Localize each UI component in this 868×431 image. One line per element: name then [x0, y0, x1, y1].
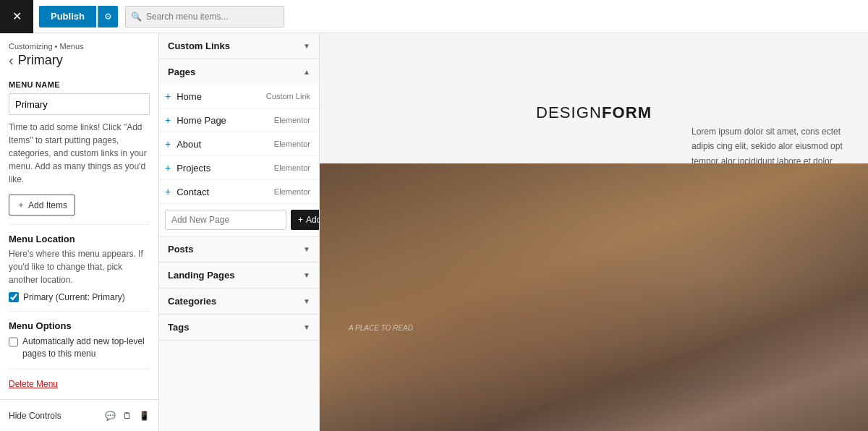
primary-location-row: Primary (Current: Primary)	[9, 292, 150, 302]
item-label: Home	[176, 91, 266, 102]
search-bar: 🔍	[125, 6, 284, 27]
accordion-landing-pages: Landing Pages ▼	[159, 263, 319, 289]
publish-button[interactable]: Publish	[39, 6, 96, 27]
page-title: Primary	[18, 53, 63, 68]
left-header: Customizing • Menus ‹ Primary	[0, 33, 158, 72]
menu-name-input[interactable]	[9, 93, 150, 115]
close-button[interactable]: ✕	[0, 0, 33, 33]
menu-options-title: Menu Options	[9, 320, 150, 331]
posts-label: Posts	[168, 244, 193, 255]
list-item[interactable]: + Home Page Elementor	[159, 108, 319, 132]
pages-content: + Home Custom Link + Home Page Elementor…	[159, 85, 319, 236]
main-layout: Customizing • Menus ‹ Primary Menu Name …	[0, 33, 868, 431]
pages-label: Pages	[168, 67, 195, 77]
accordion-custom-links: Custom Links ▼	[159, 33, 319, 59]
plus-icon[interactable]: +	[165, 138, 171, 150]
accordion-tags: Tags ▼	[159, 315, 319, 341]
landing-pages-arrow: ▼	[303, 271, 310, 279]
back-button[interactable]: ‹	[9, 52, 14, 69]
item-label: About	[176, 139, 274, 150]
breadcrumb: Customizing • Menus	[9, 42, 150, 51]
list-item[interactable]: + About Elementor	[159, 132, 319, 156]
item-tag: Elementor	[274, 187, 310, 196]
gear-icon: ⚙	[104, 12, 112, 22]
book-caption: A PLACE TO READ	[349, 324, 413, 332]
item-label: Projects	[176, 163, 274, 174]
list-item[interactable]: + Contact Elementor	[159, 180, 319, 204]
pages-arrow: ▲	[303, 68, 310, 76]
plus-icon[interactable]: +	[165, 90, 171, 102]
top-bar: ✕ Publish ⚙ 🔍	[0, 0, 868, 33]
hide-controls-label[interactable]: Hide Controls	[9, 411, 61, 421]
tags-header[interactable]: Tags ▼	[159, 315, 319, 340]
close-icon: ✕	[12, 9, 22, 23]
primary-checkbox[interactable]	[9, 292, 19, 302]
left-content: Menu Name Time to add some links! Click …	[0, 72, 158, 399]
auto-add-checkbox[interactable]	[9, 337, 18, 347]
item-tag: Elementor	[274, 116, 310, 124]
categories-label: Categories	[168, 296, 216, 307]
item-tag: Elementor	[274, 140, 310, 148]
preview-panel: DESIGNFORM Lorem ipsum dolor sit amet, c…	[320, 33, 868, 431]
categories-header[interactable]: Categories ▼	[159, 289, 319, 314]
site-logo: DESIGNFORM	[536, 103, 652, 122]
posts-arrow: ▼	[303, 245, 310, 253]
add-page-button[interactable]: + Add	[291, 210, 320, 230]
plus-icon: ＋	[17, 199, 25, 211]
add-new-page-input[interactable]	[165, 210, 286, 230]
accordion-posts: Posts ▼	[159, 236, 319, 263]
tags-arrow: ▼	[303, 323, 310, 331]
publish-gear-button[interactable]: ⚙	[98, 6, 118, 27]
custom-links-arrow: ▼	[303, 42, 310, 50]
menu-location-help: Here's where this menu appears. If you'd…	[9, 247, 150, 286]
tags-label: Tags	[168, 322, 189, 333]
bottom-icons: 💬 🗒 📱	[105, 411, 150, 421]
search-icon: 🔍	[131, 12, 142, 22]
middle-panel: Custom Links ▼ Pages ▲ + Home Custom Lin…	[159, 33, 320, 431]
auto-add-row: Automatically add new top-level pages to…	[9, 336, 150, 360]
item-tag: Custom Link	[266, 92, 310, 101]
plus-icon: +	[298, 215, 303, 225]
help-text: Time to add some links! Click "Add Items…	[9, 121, 150, 186]
preview-image: A PLACE TO READ	[320, 163, 868, 431]
custom-links-label: Custom Links	[168, 40, 230, 51]
left-panel: Customizing • Menus ‹ Primary Menu Name …	[0, 33, 159, 431]
list-item[interactable]: + Projects Elementor	[159, 156, 319, 180]
delete-menu-link[interactable]: Delete Menu	[9, 379, 58, 389]
chat-icon[interactable]: 💬	[105, 411, 116, 421]
publish-group: Publish ⚙	[39, 6, 118, 27]
mobile-icon[interactable]: 📱	[139, 411, 150, 421]
page-icon[interactable]: 🗒	[123, 411, 132, 421]
primary-checkbox-label: Primary (Current: Primary)	[23, 292, 125, 302]
auto-add-label: Automatically add new top-level pages to…	[22, 336, 150, 360]
accordion-categories: Categories ▼	[159, 289, 319, 315]
add-btn-label: Add	[306, 215, 320, 225]
custom-links-header[interactable]: Custom Links ▼	[159, 33, 319, 59]
plus-icon[interactable]: +	[165, 186, 171, 197]
list-item[interactable]: + Home Custom Link	[159, 85, 319, 108]
menu-location-title: Menu Location	[9, 234, 150, 244]
landing-pages-header[interactable]: Landing Pages ▼	[159, 263, 319, 288]
menu-name-label: Menu Name	[9, 80, 150, 89]
add-items-label: Add Items	[28, 200, 67, 210]
accordion-pages: Pages ▲ + Home Custom Link + Home Page E…	[159, 59, 319, 236]
preview-image-overlay	[320, 163, 868, 431]
plus-icon[interactable]: +	[165, 114, 171, 126]
plus-icon[interactable]: +	[165, 162, 171, 174]
add-items-button[interactable]: ＋ Add Items	[9, 195, 75, 216]
categories-arrow: ▼	[303, 297, 310, 305]
pages-header[interactable]: Pages ▲	[159, 59, 319, 85]
posts-header[interactable]: Posts ▼	[159, 236, 319, 262]
add-new-page-row: + Add	[159, 204, 319, 236]
item-label: Contact	[176, 187, 274, 197]
item-tag: Elementor	[274, 163, 310, 172]
item-label: Home Page	[176, 115, 274, 126]
bottom-bar: Hide Controls 💬 🗒 📱	[0, 399, 158, 431]
logo-bold: FORM	[602, 103, 652, 121]
search-input[interactable]	[125, 6, 284, 27]
landing-pages-label: Landing Pages	[168, 270, 234, 281]
logo-text: DESIGN	[536, 103, 602, 121]
